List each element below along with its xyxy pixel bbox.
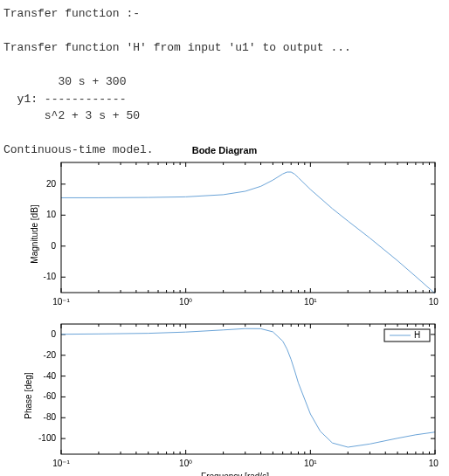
tf-fraction: y1: ------------ xyxy=(3,91,446,108)
svg-text:10⁻¹: 10⁻¹ xyxy=(52,459,70,468)
svg-text:10: 10 xyxy=(46,210,57,219)
phase-plot: Phase [deg] 10⁻¹10⁰10¹10²-100-80-60-40-2… xyxy=(31,319,439,472)
tf-numerator: 30 s + 300 xyxy=(3,73,446,91)
svg-text:10⁻¹: 10⁻¹ xyxy=(52,297,70,307)
magnitude-plot: Magnitude [dB] 10⁻¹10⁰10¹10²-1001020 xyxy=(31,157,439,310)
svg-text:-60: -60 xyxy=(44,391,57,401)
tf-header: Transfer function :- xyxy=(3,5,446,23)
phase-svg: 10⁻¹10⁰10¹10²-100-80-60-40-200H xyxy=(31,319,439,472)
svg-rect-72 xyxy=(61,162,435,293)
svg-text:H: H xyxy=(414,330,420,340)
svg-text:10¹: 10¹ xyxy=(304,459,317,468)
tf-denominator: s^2 + 3 s + 50 xyxy=(3,107,446,125)
frequency-xlabel: Frequency [rad/s] xyxy=(31,472,439,476)
svg-rect-151 xyxy=(61,324,435,454)
bode-diagram-title: Bode Diagram xyxy=(0,145,449,155)
svg-text:10²: 10² xyxy=(429,297,439,307)
svg-text:20: 20 xyxy=(46,179,57,189)
svg-text:0: 0 xyxy=(51,241,56,251)
svg-text:-10: -10 xyxy=(44,272,57,281)
svg-text:-40: -40 xyxy=(44,371,57,381)
svg-text:0: 0 xyxy=(51,329,56,339)
svg-text:10⁰: 10⁰ xyxy=(179,297,192,307)
svg-text:10⁰: 10⁰ xyxy=(179,459,192,468)
tf-desc: Transfer function 'H' from input 'u1' to… xyxy=(3,39,446,57)
svg-text:-20: -20 xyxy=(44,350,57,360)
svg-text:-100: -100 xyxy=(38,433,56,443)
magnitude-svg: 10⁻¹10⁰10¹10²-1001020 xyxy=(31,157,439,310)
svg-text:-80: -80 xyxy=(44,412,57,422)
svg-text:10¹: 10¹ xyxy=(304,297,317,307)
transfer-function-block: Transfer function :- Transfer function '… xyxy=(3,5,446,159)
phase-ylabel: Phase [deg] xyxy=(24,372,33,418)
svg-text:10²: 10² xyxy=(429,459,439,468)
magnitude-ylabel: Magnitude [dB] xyxy=(30,204,39,263)
